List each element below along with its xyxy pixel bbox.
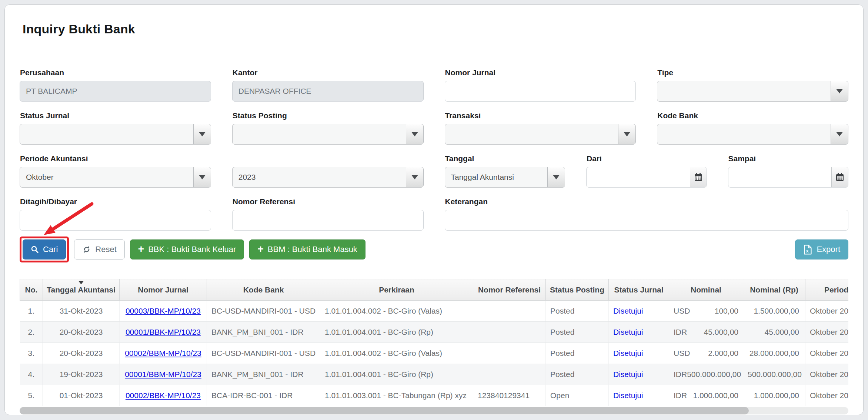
status-posting-label: Status Posting bbox=[233, 111, 424, 120]
kantor-label: Kantor bbox=[233, 68, 424, 77]
perusahaan-input bbox=[20, 81, 211, 102]
nomor-jurnal-input[interactable] bbox=[445, 81, 636, 102]
tanggal-label: Tanggal bbox=[445, 154, 565, 163]
status-jurnal-link[interactable]: Disetujui bbox=[613, 349, 643, 357]
field-sampai: Sampai bbox=[728, 154, 849, 188]
nomor-jurnal-label: Nomor Jurnal bbox=[445, 68, 636, 77]
plus-icon: + bbox=[138, 244, 144, 254]
date-filter-group: Tanggal Tanggal Akuntansi Dari bbox=[445, 154, 849, 188]
dari-input[interactable] bbox=[586, 167, 707, 188]
header-nomor-jurnal[interactable]: Nomor Jurnal bbox=[120, 279, 207, 301]
jurnal-link[interactable]: 00003/BBK-MP/10/23 bbox=[126, 307, 201, 315]
ditagih-dibayar-label: Ditagih/Dibayar bbox=[20, 197, 211, 206]
field-ditagih-dibayar: Ditagih/Dibayar bbox=[20, 197, 211, 231]
nomor-referensi-input[interactable] bbox=[232, 210, 424, 231]
header-nomor-referensi[interactable]: Nomor Referensi bbox=[473, 279, 546, 301]
search-icon bbox=[31, 245, 39, 254]
field-nomor-jurnal: Nomor Jurnal bbox=[445, 68, 636, 102]
bbk-button[interactable]: + BBK : Bukti Bank Keluar bbox=[130, 239, 244, 259]
field-perusahaan: Perusahaan bbox=[20, 68, 211, 102]
chevron-down-icon bbox=[406, 167, 423, 187]
header-perkiraan[interactable]: Perkiraan bbox=[320, 279, 473, 301]
table-row: 2. 20-Okt-2023 00001/BBK-MP/10/23 BANK_P… bbox=[20, 322, 849, 343]
scrollbar-thumb[interactable] bbox=[20, 407, 749, 414]
sort-desc-icon bbox=[79, 281, 84, 284]
keterangan-input[interactable] bbox=[445, 210, 849, 231]
export-button[interactable]: x Export bbox=[795, 239, 848, 259]
field-nomor-referensi: Nomor Referensi bbox=[232, 197, 424, 231]
table-row: 4. 19-Okt-2023 00001/BBM-MP/10/23 BANK_P… bbox=[20, 364, 849, 385]
status-jurnal-link[interactable]: Disetujui bbox=[613, 370, 643, 378]
refresh-icon bbox=[82, 245, 91, 254]
svg-text:x: x bbox=[806, 248, 809, 254]
status-jurnal-link[interactable]: Disetujui bbox=[613, 328, 643, 336]
header-kode-bank[interactable]: Kode Bank bbox=[207, 279, 320, 301]
tanggal-select[interactable]: Tanggal Akuntansi bbox=[445, 167, 565, 188]
sampai-input[interactable] bbox=[728, 167, 849, 188]
currency-code: IDR bbox=[674, 370, 687, 379]
calendar-icon[interactable] bbox=[831, 167, 848, 187]
nominal-value: 45.000,00 bbox=[704, 328, 738, 337]
jurnal-link[interactable]: 00002/BBM-MP/10/23 bbox=[125, 349, 201, 357]
field-tanggal: Tanggal Tanggal Akuntansi bbox=[445, 154, 565, 188]
periode-tahun-label bbox=[233, 154, 424, 163]
header-periode[interactable]: Periode bbox=[805, 279, 849, 301]
jurnal-link[interactable]: 00001/BBM-MP/10/23 bbox=[125, 370, 201, 378]
dari-label: Dari bbox=[587, 154, 707, 163]
status-jurnal-link[interactable]: Disetujui bbox=[613, 307, 643, 315]
inquiry-card: Inquiry Bukti Bank Perusahaan Kantor Nom… bbox=[4, 4, 864, 415]
horizontal-scrollbar[interactable] bbox=[20, 407, 848, 414]
header-no[interactable]: No. bbox=[20, 279, 43, 301]
ditagih-dibayar-input[interactable] bbox=[20, 210, 211, 231]
results-table-container: No. Tanggal Akuntansi Nomor Jurnal Kode … bbox=[20, 279, 848, 406]
chevron-down-icon bbox=[193, 124, 211, 144]
status-jurnal-select[interactable] bbox=[20, 124, 211, 145]
header-status-posting[interactable]: Status Posting bbox=[546, 279, 609, 301]
currency-code: USD bbox=[674, 307, 690, 315]
actions-row: Cari Reset + BBK : Bukti Bank Keluar + B… bbox=[20, 237, 848, 262]
cari-button[interactable]: Cari bbox=[23, 239, 66, 259]
transaksi-label: Transaksi bbox=[445, 111, 636, 120]
chevron-down-icon bbox=[193, 167, 211, 187]
field-periode-akuntansi: Periode Akuntansi Oktober bbox=[20, 154, 211, 188]
bbk-button-label: BBK : Bukti Bank Keluar bbox=[148, 245, 236, 254]
status-jurnal-link[interactable]: Disetujui bbox=[613, 391, 643, 400]
periode-akuntansi-select-value: Oktober bbox=[26, 173, 54, 182]
table-header-row: No. Tanggal Akuntansi Nomor Jurnal Kode … bbox=[20, 279, 849, 301]
kode-bank-select[interactable] bbox=[657, 124, 848, 145]
header-nominal-rp[interactable]: Nominal (Rp) bbox=[743, 279, 805, 301]
header-nominal[interactable]: Nominal bbox=[669, 279, 743, 301]
tipe-select[interactable] bbox=[657, 81, 848, 102]
status-jurnal-label: Status Jurnal bbox=[20, 111, 211, 120]
header-tanggal-akuntansi[interactable]: Tanggal Akuntansi bbox=[43, 279, 120, 301]
periode-tahun-select[interactable]: 2023 bbox=[232, 167, 424, 188]
field-status-jurnal: Status Jurnal bbox=[20, 111, 211, 145]
field-periode-tahun: 2023 bbox=[232, 154, 424, 188]
status-posting-select[interactable] bbox=[232, 124, 424, 145]
reset-button[interactable]: Reset bbox=[74, 239, 124, 259]
chevron-down-icon bbox=[618, 124, 635, 144]
perusahaan-label: Perusahaan bbox=[20, 68, 211, 77]
field-transaksi: Transaksi bbox=[445, 111, 636, 145]
table-row: 5. 01-Okt-2023 00002/BBK-MP/10/23 BCA-ID… bbox=[20, 385, 849, 406]
transaksi-select[interactable] bbox=[445, 124, 636, 145]
field-kantor: Kantor bbox=[232, 68, 424, 102]
kode-bank-label: Kode Bank bbox=[657, 111, 848, 120]
nominal-value: 2.000,00 bbox=[708, 349, 738, 358]
bbm-button-label: BBM : Bukti Bank Masuk bbox=[268, 245, 357, 254]
field-keterangan: Keterangan bbox=[445, 197, 849, 231]
periode-akuntansi-select[interactable]: Oktober bbox=[20, 167, 211, 188]
filter-form: Perusahaan Kantor Nomor Jurnal Tipe Stat… bbox=[20, 68, 848, 231]
jurnal-link[interactable]: 00001/BBK-MP/10/23 bbox=[126, 328, 201, 336]
table-row: 3. 20-Okt-2023 00002/BBM-MP/10/23 BC-USD… bbox=[20, 343, 849, 364]
bbm-button[interactable]: + BBM : Bukti Bank Masuk bbox=[249, 239, 365, 259]
keterangan-label: Keterangan bbox=[445, 197, 849, 206]
cari-highlight-rect: Cari bbox=[20, 237, 69, 262]
results-table: No. Tanggal Akuntansi Nomor Jurnal Kode … bbox=[20, 279, 848, 406]
periode-tahun-select-value: 2023 bbox=[238, 173, 256, 182]
jurnal-link[interactable]: 00002/BBK-MP/10/23 bbox=[126, 391, 201, 400]
field-tipe: Tipe bbox=[657, 68, 848, 102]
calendar-icon[interactable] bbox=[690, 167, 707, 187]
export-button-label: Export bbox=[817, 245, 840, 254]
header-status-jurnal[interactable]: Status Jurnal bbox=[609, 279, 669, 301]
